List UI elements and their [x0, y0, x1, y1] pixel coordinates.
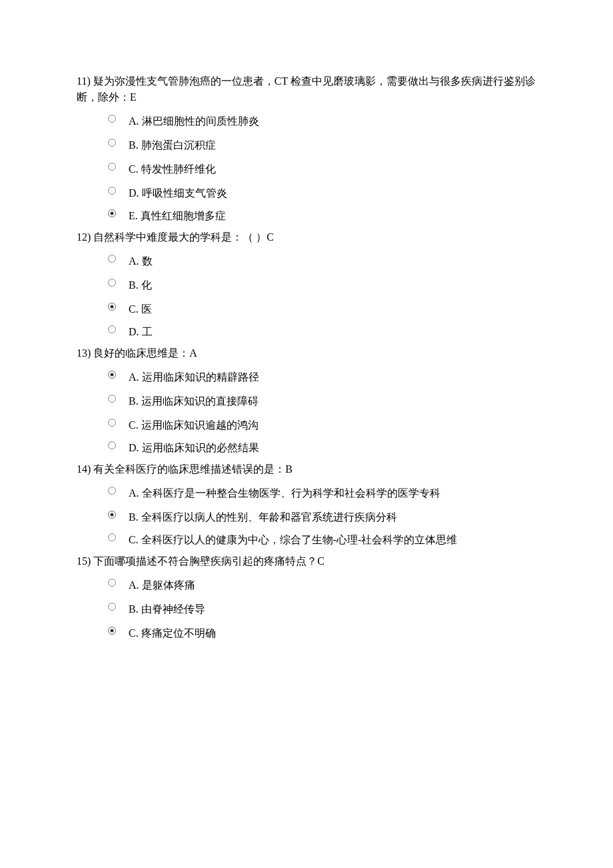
svg-point-23: [110, 421, 113, 423]
q14-answer: B: [285, 463, 293, 475]
q11-option-a[interactable]: A. 淋巴细胞性的间质性肺炎: [77, 109, 536, 133]
q14-pre: 有关全科医疗的临床思维描述错误的是：: [93, 463, 285, 475]
svg-point-17: [110, 327, 113, 329]
svg-point-21: [110, 397, 113, 399]
option-label: C. 特发性肺纤维化: [129, 161, 216, 177]
svg-point-1: [110, 117, 113, 119]
q12-option-a[interactable]: A. 数: [77, 249, 536, 273]
radio-selected-icon: [107, 510, 117, 519]
q12-pre: 自然科学中难度最大的学科是：（ ）: [93, 231, 267, 243]
q15-number: 15): [77, 555, 91, 567]
option-label: B. 运用临床知识的直接障碍: [129, 393, 259, 409]
svg-point-33: [110, 581, 113, 583]
option-label: B. 全科医疗以病人的性别、年龄和器官系统进行疾病分科: [129, 509, 397, 525]
q12-option-d[interactable]: D. 工: [77, 321, 536, 343]
q13-option-a[interactable]: A. 运用临床知识的精辟路径: [77, 365, 536, 389]
option-label: E. 真性红细胞增多症: [129, 208, 226, 224]
q15-option-b[interactable]: B. 由脊神经传导: [77, 597, 536, 621]
radio-icon: [107, 254, 117, 263]
option-label: C. 疼痛定位不明确: [129, 625, 216, 641]
radio-icon: [107, 418, 117, 427]
option-label: A. 是躯体疼痛: [129, 577, 195, 593]
svg-point-3: [110, 141, 113, 143]
radio-icon: [107, 602, 117, 611]
q13-option-d[interactable]: D. 运用临床知识的必然结果: [77, 437, 536, 459]
question-15-text: 15) 下面哪项描述不符合胸壁疾病引起的疼痛特点？C: [77, 553, 536, 569]
svg-point-34: [109, 603, 116, 611]
radio-selected-icon: [107, 209, 117, 218]
question-12: 12) 自然科学中难度最大的学科是：（ ）C A. 数 B. 化 C. 医 D.…: [77, 229, 536, 343]
svg-point-7: [110, 189, 113, 191]
q11-answer: E: [130, 91, 137, 103]
svg-point-11: [110, 257, 113, 259]
q11-option-d[interactable]: D. 呼吸性细支气管炎: [77, 181, 536, 205]
svg-point-10: [109, 255, 116, 263]
q14-option-a[interactable]: A. 全科医疗是一种整合生物医学、行为科学和社会科学的医学专科: [77, 481, 536, 505]
option-label: D. 运用临床知识的必然结果: [129, 440, 259, 456]
svg-point-4: [109, 163, 116, 171]
q14-option-b[interactable]: B. 全科医疗以病人的性别、年龄和器官系统进行疾病分科: [77, 505, 536, 529]
option-label: B. 由脊神经传导: [129, 601, 205, 617]
q11-option-c[interactable]: C. 特发性肺纤维化: [77, 157, 536, 181]
option-label: D. 呼吸性细支气管炎: [129, 185, 227, 201]
q12-option-b[interactable]: B. 化: [77, 273, 536, 297]
radio-icon: [107, 441, 117, 450]
q14-option-c[interactable]: C. 全科医疗以人的健康为中心，综合了生物-心理-社会科学的立体思维: [77, 529, 536, 551]
q12-number: 12): [77, 231, 91, 243]
svg-point-9: [111, 212, 114, 215]
radio-icon: [107, 533, 117, 542]
svg-point-27: [110, 489, 113, 491]
option-label: C. 运用临床知识逾越的鸿沟: [129, 417, 259, 433]
svg-point-6: [109, 187, 116, 195]
svg-point-2: [109, 139, 116, 147]
option-label: B. 化: [129, 277, 152, 293]
svg-point-29: [111, 513, 114, 517]
radio-selected-icon: [107, 370, 117, 379]
radio-icon: [107, 325, 117, 334]
svg-point-31: [110, 535, 113, 537]
question-12-text: 12) 自然科学中难度最大的学科是：（ ）C: [77, 229, 536, 245]
svg-point-25: [110, 443, 113, 445]
q13-option-b[interactable]: B. 运用临床知识的直接障碍: [77, 389, 536, 413]
option-label: A. 数: [129, 253, 153, 269]
svg-point-15: [111, 305, 114, 309]
svg-point-19: [111, 373, 114, 377]
exam-page: 11) 疑为弥漫性支气管肺泡癌的一位患者，CT 检查中见磨玻璃影，需要做出与很多…: [0, 0, 613, 675]
svg-point-12: [109, 279, 116, 287]
question-14-text: 14) 有关全科医疗的临床思维描述错误的是：B: [77, 461, 536, 477]
svg-point-13: [110, 281, 113, 283]
svg-point-16: [109, 326, 116, 333]
q15-pre: 下面哪项描述不符合胸壁疾病引起的疼痛特点？: [93, 555, 317, 567]
radio-selected-icon: [107, 302, 117, 311]
svg-point-20: [109, 395, 116, 403]
svg-point-22: [109, 419, 116, 427]
radio-selected-icon: [107, 626, 117, 635]
question-13-text: 13) 良好的临床思维是：A: [77, 345, 536, 361]
q13-option-c[interactable]: C. 运用临床知识逾越的鸿沟: [77, 413, 536, 437]
question-11-text: 11) 疑为弥漫性支气管肺泡癌的一位患者，CT 检查中见磨玻璃影，需要做出与很多…: [77, 73, 536, 105]
q15-option-c[interactable]: C. 疼痛定位不明确: [77, 621, 536, 645]
option-label: A. 淋巴细胞性的间质性肺炎: [129, 113, 259, 129]
svg-point-32: [109, 579, 116, 587]
option-label: A. 全科医疗是一种整合生物医学、行为科学和社会科学的医学专科: [129, 485, 440, 501]
q11-option-e[interactable]: E. 真性红细胞增多症: [77, 205, 536, 227]
q11-number: 11): [77, 75, 91, 87]
q12-option-c[interactable]: C. 医: [77, 297, 536, 321]
q11-en: CT: [275, 75, 288, 87]
radio-icon: [107, 394, 117, 403]
q11-option-b[interactable]: B. 肺泡蛋白沉积症: [77, 133, 536, 157]
question-13: 13) 良好的临床思维是：A A. 运用临床知识的精辟路径 B. 运用临床知识的…: [77, 345, 536, 459]
option-label: C. 医: [129, 301, 152, 317]
option-label: D. 工: [129, 324, 153, 340]
svg-point-26: [109, 487, 116, 495]
radio-icon: [107, 138, 117, 147]
svg-point-37: [111, 629, 114, 633]
radio-icon: [107, 578, 117, 587]
q15-option-a[interactable]: A. 是躯体疼痛: [77, 573, 536, 597]
q13-answer: A: [189, 347, 197, 359]
svg-point-35: [110, 605, 113, 607]
option-label: B. 肺泡蛋白沉积症: [129, 137, 216, 153]
svg-point-24: [109, 442, 116, 449]
question-14: 14) 有关全科医疗的临床思维描述错误的是：B A. 全科医疗是一种整合生物医学…: [77, 461, 536, 551]
radio-icon: [107, 162, 117, 171]
